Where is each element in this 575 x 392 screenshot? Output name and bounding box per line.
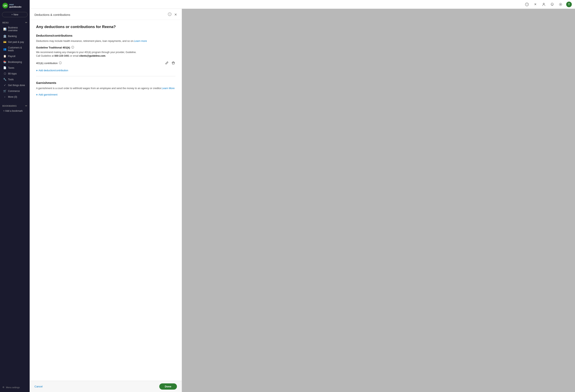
bookmarks-edit-icon[interactable]: ✏: [25, 105, 27, 107]
get-things-done-icon: ✓: [3, 84, 6, 87]
sidebar-item-label: Taxes: [8, 66, 14, 69]
gray-background: [182, 9, 575, 392]
learn-more-link[interactable]: Learn more: [134, 40, 147, 43]
deductions-desc: Deductions may include health insurance,…: [36, 39, 175, 43]
sidebar-item-label: Commerce: [8, 90, 20, 92]
new-button[interactable]: + New: [2, 12, 28, 17]
add-garnishment-button[interactable]: + Add garnishment: [36, 93, 57, 96]
sidebar: QB intuit quickbooks + New MENU ✏ 📊 Busi…: [0, 0, 30, 392]
panel-footer: Cancel Done: [30, 381, 182, 392]
sidebar-item-banking[interactable]: 🏦 Banking: [1, 33, 29, 39]
close-icon[interactable]: ×: [532, 1, 538, 7]
panel-header: Deductions & contributions ? ×: [30, 9, 182, 20]
sidebar-item-get-things-done[interactable]: ✓ Get things done: [1, 82, 29, 88]
sidebar-item-label: Banking: [8, 35, 17, 38]
guideline-title: Guideline Traditional 401(k) i: [36, 46, 175, 49]
commerce-icon: 🛒: [3, 89, 6, 92]
panel: Deductions & contributions ? × Any deduc…: [30, 9, 182, 392]
sidebar-item-more[interactable]: › More (0): [1, 94, 29, 100]
panel-content: Any deductions or contributions for Reen…: [30, 20, 182, 381]
edit-contribution-button[interactable]: [165, 61, 169, 66]
bell-icon[interactable]: [549, 1, 555, 7]
sidebar-item-label: Customers & leads: [8, 46, 26, 52]
sidebar-item-taxes[interactable]: 📄 Taxes: [1, 65, 29, 71]
add-deduction-plus-icon: +: [36, 69, 38, 72]
sidebar-item-label: 88 Apps: [8, 72, 17, 75]
panel-title: Deductions & contributions: [34, 13, 70, 16]
svg-text:i: i: [60, 62, 61, 64]
menu-section-label: MENU ✏: [0, 20, 30, 25]
cancel-button[interactable]: Cancel: [34, 385, 43, 388]
done-button[interactable]: Done: [159, 383, 177, 390]
sidebar-item-label: More (0): [8, 95, 17, 98]
sidebar-item-payroll[interactable]: 📋 Payroll: [1, 53, 29, 59]
add-garnishment-plus-icon: +: [36, 93, 38, 96]
delete-contribution-button[interactable]: [171, 61, 175, 66]
guideline-info-icon[interactable]: i: [71, 46, 74, 49]
tools-icon: 🔧: [3, 78, 6, 81]
sidebar-item-tools[interactable]: 🔧 Tools: [1, 76, 29, 82]
customers-icon: 👥: [3, 48, 6, 51]
panel-header-icons: ? ×: [168, 12, 177, 17]
add-bookmark-label: + Add a bookmark: [3, 109, 23, 112]
contribution-row: 401(k) contribution i: [36, 61, 175, 66]
sidebar-item-business-overview[interactable]: 📊 Business overview: [1, 25, 29, 33]
garnishments-section: Garnishments A garnishment is a court or…: [36, 81, 175, 96]
panel-main-heading: Any deductions or contributions for Reen…: [36, 25, 175, 29]
sidebar-bottom: ⚙ Menu settings: [0, 383, 30, 392]
apps-icon: ⬡: [3, 72, 6, 75]
section-divider: [36, 76, 175, 76]
svg-point-2: [543, 3, 544, 4]
sidebar-item-apps[interactable]: ⬡ 88 Apps: [1, 71, 29, 76]
sidebar-item-commerce[interactable]: 🛒 Commerce: [1, 88, 29, 94]
menu-settings[interactable]: ⚙ Menu settings: [0, 385, 30, 390]
svg-point-3: [560, 4, 561, 5]
get-paid-icon: 💳: [3, 41, 6, 44]
sidebar-logo: QB intuit quickbooks: [0, 0, 30, 11]
sidebar-item-label: Payroll: [8, 55, 15, 58]
add-deduction-button[interactable]: + Add deduction/contribution: [36, 69, 68, 72]
svg-text:?: ?: [526, 3, 527, 6]
svg-text:i: i: [72, 46, 73, 48]
bookkeeping-icon: 📚: [3, 61, 6, 64]
logo-circle: QB: [2, 3, 8, 8]
help-icon[interactable]: ?: [524, 1, 530, 7]
menu-edit-icon[interactable]: ✏: [25, 21, 27, 24]
gear-icon[interactable]: [558, 1, 563, 7]
guideline-email-link[interactable]: clients@guideline.com: [79, 54, 105, 57]
panel-help-icon[interactable]: ?: [168, 12, 171, 17]
main-area: ? × T Deductions &: [30, 0, 575, 392]
garnishments-desc: A garnishment is a court order to withho…: [36, 87, 175, 90]
deductions-heading: Deductions/contributions: [36, 34, 175, 37]
svg-rect-10: [172, 62, 174, 64]
sidebar-item-label: Get paid & pay: [8, 41, 24, 44]
guideline-desc: We recommend making any changes to your …: [36, 50, 175, 58]
panel-close-icon[interactable]: ×: [174, 12, 177, 17]
payroll-icon: 📋: [3, 55, 6, 58]
sidebar-item-label: Tools: [8, 78, 14, 81]
user-avatar[interactable]: T: [566, 1, 572, 7]
sidebar-item-customers-leads[interactable]: 👥 Customers & leads: [1, 45, 29, 53]
add-bookmark[interactable]: + Add a bookmark: [1, 108, 29, 114]
contribution-info-icon[interactable]: i: [59, 62, 62, 65]
user-icon[interactable]: [541, 1, 547, 7]
sidebar-item-label: Bookkeeping: [8, 61, 22, 64]
garnishments-learn-more-link[interactable]: Learn More: [162, 87, 174, 90]
logo-text: intuit quickbooks: [9, 3, 22, 8]
bookmarks-section-label: BOOKMARKS ✏: [0, 103, 30, 108]
menu-settings-label: Menu settings: [6, 386, 20, 389]
garnishments-heading: Garnishments: [36, 81, 175, 85]
sidebar-item-label: Business overview: [8, 26, 26, 32]
more-icon: ›: [3, 95, 6, 98]
banking-icon: 🏦: [3, 35, 6, 38]
business-overview-icon: 📊: [3, 28, 6, 31]
contribution-label: 401(k) contribution i: [36, 62, 62, 65]
deductions-desc-text: Deductions may include health insurance,…: [36, 40, 134, 43]
svg-text:?: ?: [169, 13, 170, 15]
sidebar-item-get-paid-pay[interactable]: 💳 Get paid & pay: [1, 39, 29, 45]
sidebar-item-label: Get things done: [8, 84, 25, 87]
logo: QB intuit quickbooks: [2, 3, 22, 8]
sidebar-item-bookkeeping[interactable]: 📚 Bookkeeping: [1, 59, 29, 65]
menu-settings-icon: ⚙: [2, 386, 4, 389]
contribution-actions: [165, 61, 175, 66]
